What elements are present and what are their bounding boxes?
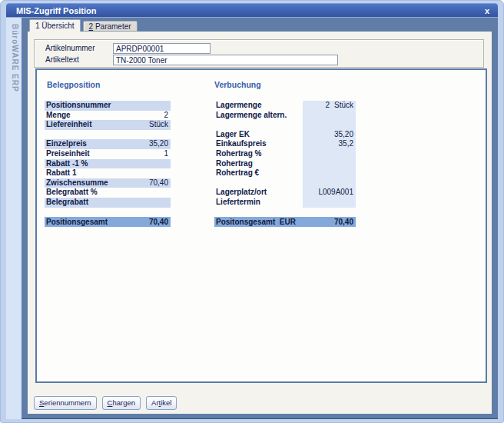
table-row: Rohertrag € bbox=[214, 168, 356, 178]
row-label: Rohertrag € bbox=[214, 168, 303, 178]
row-value: 70,40 bbox=[149, 178, 168, 188]
table-row: Rohertrag bbox=[214, 159, 356, 169]
btn-text: eriennummern bbox=[44, 398, 91, 407]
table-row: Lagermenge altern. bbox=[214, 111, 356, 121]
verbuchung-rows: Lagermenge2StückLagermenge altern.Lager … bbox=[214, 101, 356, 208]
btn-text: Ar bbox=[151, 398, 159, 407]
artikelnummer-input[interactable] bbox=[113, 43, 211, 54]
row-label: Belegrabatt bbox=[46, 198, 88, 208]
row-value: 35,20 bbox=[149, 139, 168, 149]
belegposition-rows: PositionsnummerMenge2LiefereinheitStückE… bbox=[45, 101, 171, 208]
tab-parameter[interactable]: 2 Parameter bbox=[83, 21, 138, 32]
table-row: Belegrabatt bbox=[45, 198, 171, 208]
table-row: Lager EK35,20 bbox=[214, 130, 356, 140]
row-label: Lagerplatz/ort bbox=[214, 188, 303, 198]
table-row: Liefertermin bbox=[214, 198, 356, 208]
positionsgesamt-row: Positionsgesamt 70,40 bbox=[45, 217, 171, 227]
row-value: 35,20 bbox=[334, 130, 353, 140]
row-value-cell bbox=[303, 168, 356, 178]
content-area: Artikelnummer Artikeltext Belegposition … bbox=[28, 32, 492, 414]
table-row: Positionsnummer bbox=[45, 101, 171, 111]
row-label: Belegrabatt % bbox=[46, 188, 98, 198]
row-label: Zwischensumme bbox=[46, 178, 108, 188]
positionsgesamt-eur-row: Positonsgesamt EUR 70,40 bbox=[214, 217, 356, 227]
position-detail-panel: Belegposition Verbuchung Positionsnummer… bbox=[35, 68, 487, 383]
row-label: Menge bbox=[46, 111, 71, 121]
table-row bbox=[214, 178, 356, 188]
row-label: Rohertrag % bbox=[214, 149, 303, 159]
window-frame: 1 Übersicht 2 Parameter Artikelnummer Ar… bbox=[22, 18, 498, 419]
row-label: Liefertermin bbox=[214, 198, 303, 208]
table-row: Rabatt 1 bbox=[45, 168, 171, 178]
btn-text: hargen bbox=[112, 398, 135, 407]
row-value-cell bbox=[303, 120, 356, 130]
artikel-button[interactable]: Artikel bbox=[146, 396, 177, 410]
article-header-box: Artikelnummer Artikeltext bbox=[34, 39, 484, 68]
titlebar[interactable]: MIS-Zugriff Position x bbox=[6, 3, 498, 18]
row-label: Preiseinheit bbox=[46, 149, 90, 159]
artikeltext-input[interactable] bbox=[113, 55, 338, 65]
row-label bbox=[214, 178, 303, 188]
tab-bar: 1 Übersicht 2 Parameter bbox=[29, 19, 138, 32]
row-value-cell bbox=[303, 178, 356, 188]
row-value-cell: L009A001 bbox=[303, 188, 356, 198]
total-value: 70,40 bbox=[149, 217, 168, 227]
row-unit: Stück bbox=[330, 101, 353, 111]
artikelnummer-row: Artikelnummer bbox=[35, 43, 483, 54]
table-row: Preiseinheit1 bbox=[45, 149, 171, 159]
row-value-cell: 35,20 bbox=[303, 130, 356, 140]
row-label: Rabatt -1 % bbox=[46, 159, 88, 169]
total-label: Positionsgesamt bbox=[46, 217, 108, 227]
tab-parameter-post: Parameter bbox=[93, 22, 131, 31]
seriennummern-button[interactable]: Seriennummern bbox=[34, 396, 97, 410]
row-value-cell bbox=[303, 111, 356, 121]
total-label: Positonsgesamt EUR bbox=[216, 217, 296, 227]
table-row bbox=[45, 130, 171, 140]
row-value: L009A001 bbox=[318, 188, 353, 198]
total-value: 70,40 bbox=[334, 217, 353, 227]
row-value-cell bbox=[303, 159, 356, 169]
verbuchung-title: Verbuchung bbox=[214, 80, 261, 89]
window-title: MIS-Zugriff Position bbox=[16, 6, 96, 15]
row-value: 2 bbox=[164, 111, 168, 121]
tab-uebersicht-label: 1 Übersicht bbox=[35, 22, 75, 30]
table-row: Rohertrag % bbox=[214, 149, 356, 159]
row-value-cell: 2Stück bbox=[303, 101, 356, 111]
table-row: Lagerplatz/ortL009A001 bbox=[214, 188, 356, 198]
row-label: Lager EK bbox=[214, 130, 303, 140]
table-row: Zwischensumme70,40 bbox=[45, 178, 171, 188]
row-value-cell bbox=[303, 198, 356, 208]
row-label: Lagermenge altern. bbox=[214, 111, 303, 121]
row-label bbox=[214, 120, 303, 130]
close-icon[interactable]: x bbox=[485, 4, 489, 18]
row-label: Rabatt 1 bbox=[46, 168, 76, 178]
table-row bbox=[214, 120, 356, 130]
table-row: Einkaufspreis35,2 bbox=[214, 139, 356, 149]
artikeltext-label: Artikeltext bbox=[45, 55, 79, 64]
table-row: Rabatt -1 % bbox=[45, 159, 171, 169]
btn-text: ikel bbox=[161, 398, 171, 407]
row-label: Einkaufspreis bbox=[214, 139, 303, 149]
dialog-window: MIS-Zugriff Position x BüroWARE ERP 1 Üb… bbox=[0, 0, 504, 423]
table-row: Einzelpreis35,20 bbox=[45, 139, 171, 149]
row-label: Rohertrag bbox=[214, 159, 303, 169]
row-label: Lagermenge bbox=[214, 101, 303, 111]
table-row: Menge2 bbox=[45, 111, 171, 121]
brand-vertical-text: BüroWARE ERP bbox=[8, 24, 19, 92]
row-value: 35,2 bbox=[339, 139, 353, 149]
row-label: Liefereinheit bbox=[46, 120, 91, 130]
row-value-cell bbox=[303, 149, 356, 159]
table-row: Belegrabatt % bbox=[45, 188, 171, 198]
belegposition-title: Belegposition bbox=[47, 80, 100, 89]
row-label: Positionsnummer bbox=[46, 101, 111, 111]
row-value: Stück bbox=[149, 120, 168, 130]
artikelnummer-label: Artikelnummer bbox=[45, 44, 94, 52]
row-value: 1 bbox=[164, 149, 168, 159]
table-row: Lagermenge2Stück bbox=[214, 101, 356, 111]
artikeltext-row: Artikeltext bbox=[35, 55, 483, 65]
chargen-button[interactable]: Chargen bbox=[102, 396, 141, 410]
tab-uebersicht[interactable]: 1 Übersicht bbox=[29, 19, 81, 32]
button-row: Seriennummern Chargen Artikel bbox=[34, 396, 177, 410]
row-value-cell: 35,2 bbox=[303, 139, 356, 149]
table-row: LiefereinheitStück bbox=[45, 120, 171, 130]
